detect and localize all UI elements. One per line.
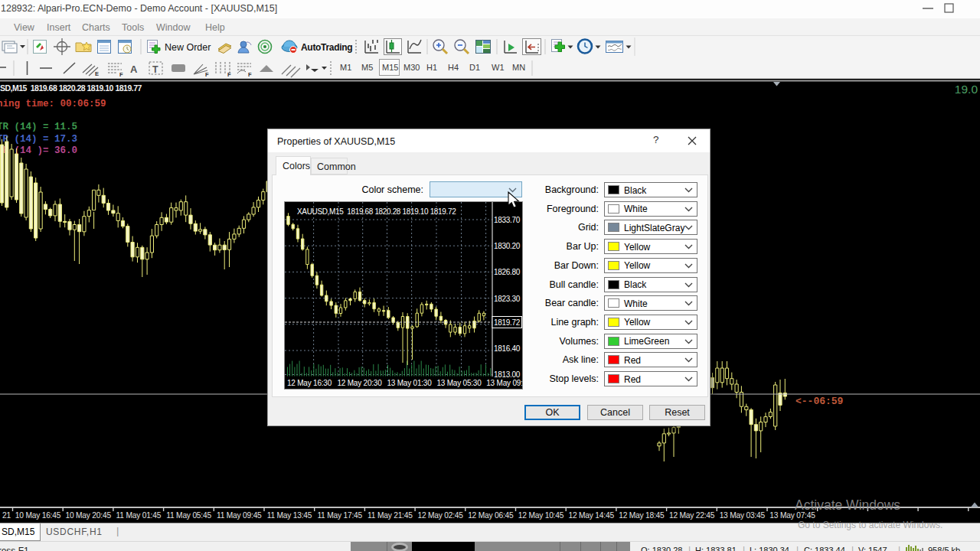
svg-text:10 May 20:45: 10 May 20:45: [66, 511, 112, 520]
svg-text:TR (14) = 11.5: TR (14) = 11.5: [0, 122, 77, 132]
svg-text:T: T: [152, 64, 158, 75]
svg-text:19.0: 19.0: [955, 83, 978, 96]
svg-text:XAUUSD,M15 1819.68 1820.28 18: XAUUSD,M15 1819.68 1820.28 1819.10 1819.…: [297, 207, 456, 216]
svg-text:New Order: New Order: [165, 42, 211, 53]
svg-text:10 May 16:45: 10 May 16:45: [15, 511, 61, 520]
svg-text:12 May 16:30: 12 May 16:30: [287, 379, 332, 387]
svg-text:F: F: [227, 71, 231, 78]
svg-text:AutoTrading: AutoTrading: [301, 42, 352, 53]
svg-text:11 May 21:45: 11 May 21:45: [368, 511, 413, 520]
svg-text:F: F: [205, 71, 209, 78]
svg-text:21: 21: [2, 511, 11, 520]
svg-text:12 May 02:45: 12 May 02:45: [417, 511, 463, 520]
svg-text:F: F: [248, 71, 252, 78]
svg-text:13 May 05:30: 13 May 05:30: [436, 379, 482, 387]
svg-text:11 May 13:45: 11 May 13:45: [267, 511, 312, 520]
svg-text:A: A: [130, 64, 138, 75]
svg-text:12 May 10:45: 12 May 10:45: [518, 511, 564, 520]
svg-text:13 May 03:45: 13 May 03:45: [720, 511, 766, 520]
svg-text:11 May 09:45: 11 May 09:45: [217, 511, 262, 520]
svg-text:E: E: [95, 70, 99, 77]
svg-text:ning time: 00:06:59: ning time: 00:06:59: [0, 99, 106, 109]
svg-text:11 May 05:45: 11 May 05:45: [166, 511, 211, 520]
svg-text:12 May 06:45: 12 May 06:45: [468, 511, 514, 520]
svg-text:SD,M15 1819.68 1820.28 1819.1: SD,M15 1819.68 1820.28 1819.10 1819.77: [0, 83, 142, 93]
svg-text:12 May 18:45: 12 May 18:45: [619, 511, 665, 520]
svg-text:F: F: [119, 71, 123, 78]
svg-text:11 May 01:45: 11 May 01:45: [116, 511, 162, 520]
svg-text:12 May 14:45: 12 May 14:45: [569, 511, 615, 520]
svg-text:12 May 20:30: 12 May 20:30: [337, 379, 382, 387]
svg-text:13 May 01:30: 13 May 01:30: [387, 379, 432, 387]
svg-text:11 May 17:45: 11 May 17:45: [317, 511, 362, 520]
svg-text:12 May 22:45: 12 May 22:45: [669, 511, 715, 520]
svg-text:TR (14) = 17.3: TR (14) = 17.3: [0, 134, 77, 145]
svg-text:<--06:59: <--06:59: [795, 396, 844, 407]
